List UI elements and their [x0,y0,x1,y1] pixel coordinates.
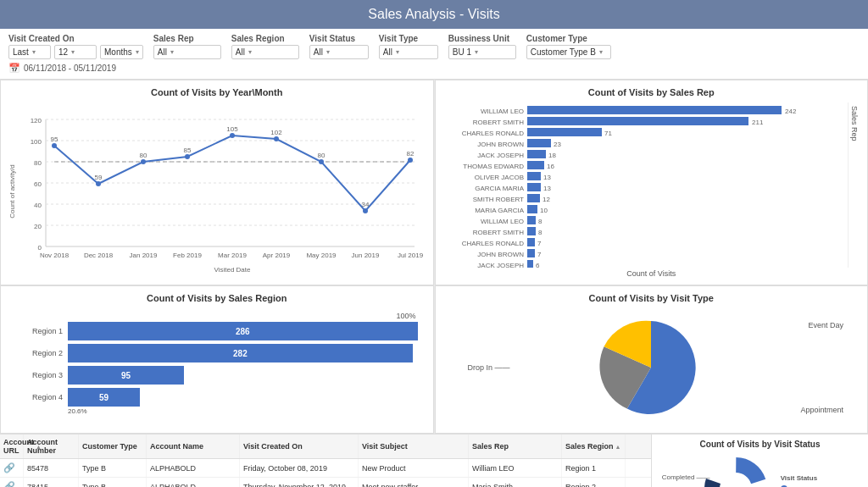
filter-visit-status-label: Visit Status [309,34,369,43]
svg-text:Visited Date: Visited Date [214,266,252,274]
chevron-down-icon: ▾ [32,48,36,56]
svg-text:Jun 2019: Jun 2019 [352,252,380,259]
td-customer-type-2: Type B [79,478,147,487]
svg-text:7: 7 [537,240,542,247]
filter-visit-status-select[interactable]: All ▾ [309,45,369,59]
region-row-4: Region 4 59 20.6% [16,388,418,407]
chevron-down-icon: ▾ [248,48,252,56]
td-url-1[interactable]: 🔗 [0,459,24,477]
svg-point-22 [319,159,324,164]
svg-rect-75 [527,216,536,224]
link-icon: 🔗 [3,481,15,487]
svg-text:Feb 2019: Feb 2019 [173,252,202,259]
sales-rep-y-label: Sales Rep [848,102,860,268]
filter-sales-rep-label: Sales Rep [153,34,221,43]
sales-rep-chart-svg: WILLIAM LEO 242 ROBERT SMITH 211 CHARLES… [442,102,807,268]
filter-visit-type-label: Visit Type [379,34,438,43]
svg-text:THOMAS EDWARD: THOMAS EDWARD [463,163,524,170]
svg-text:Count of activity/d: Count of activity/d [8,164,16,219]
svg-text:ROBERT SMITH: ROBERT SMITH [472,229,523,236]
line-chart-svg: Count of activity/d 0 20 40 60 80 100 12… [8,102,423,276]
svg-rect-54 [527,139,551,147]
td-account-number-1: 85478 [24,459,79,477]
filter-business-unit-label: Bussiness Unit [448,34,516,43]
svg-text:242: 242 [785,108,797,115]
svg-text:10: 10 [540,207,548,214]
svg-text:May 2019: May 2019 [306,252,337,259]
visit-type-chart-panel: Count of Visits by Visit Type Drop In ——… [435,285,869,434]
svg-point-24 [408,158,413,163]
td-account-name-2: ALPHABOLD [147,478,240,487]
filter-customer-type-select[interactable]: Customer Type B ▾ [526,45,611,59]
svg-text:80: 80 [318,152,326,159]
svg-text:16: 16 [547,163,554,170]
filter-sales-region-select[interactable]: All ▾ [231,45,299,59]
filter-visit-type: Visit Type All ▾ [379,34,438,59]
chevron-down-icon: ▾ [475,48,478,56]
chevron-down-icon: ▾ [326,48,330,56]
table-section: Account URL ▲ Account Number Customer Ty… [0,434,651,487]
sales-rep-x-label: Count of Visits [442,269,861,278]
svg-text:Jan 2019: Jan 2019 [130,252,158,259]
region-row-1: Region 1 286 [16,322,418,340]
td-url-2[interactable]: 🔗 [0,478,24,487]
filter-months-select[interactable]: Months ▾ [100,45,143,59]
chevron-down-icon: ▾ [71,48,75,56]
filter-12-select[interactable]: 12 ▾ [54,45,97,59]
svg-text:Jul 2019: Jul 2019 [398,252,423,259]
region-100-label: 100% [16,312,416,320]
chevron-down-icon: ▾ [170,48,174,56]
visit-status-chart-title: Count of Visits by Visit Status [700,440,821,449]
svg-point-20 [230,133,235,138]
svg-text:Apr 2019: Apr 2019 [263,252,291,259]
svg-text:GARCIA MARIA: GARCIA MARIA [475,185,524,192]
visit-type-pie-svg [596,313,706,423]
svg-text:13: 13 [543,174,551,181]
svg-text:82: 82 [407,150,415,158]
charts-row1: Count of Visits by Year\Month Count of a… [0,80,868,285]
filter-sales-rep-select[interactable]: All ▾ [153,45,221,59]
svg-rect-87 [527,260,533,268]
filter-visit-type-select[interactable]: All ▾ [379,45,438,59]
th-customer-type: Customer Type [79,434,147,458]
svg-rect-51 [527,128,602,136]
svg-point-16 [52,143,57,148]
visit-status-donut-svg [698,451,774,487]
td-sales-region-1: Region 1 [562,459,626,477]
appointment-label: Appointment [800,406,843,414]
svg-text:20: 20 [34,223,42,230]
svg-text:JOHN BROWN: JOHN BROWN [477,251,524,258]
filter-customer-type: Customer Type Customer Type B ▾ [526,34,611,59]
svg-text:CHARLES RONALD: CHARLES RONALD [461,240,524,247]
svg-text:WILLIAM LEO: WILLIAM LEO [480,218,523,225]
th-visit-subject: Visit Subject [359,434,469,458]
svg-text:WILLIAM LEO: WILLIAM LEO [480,108,523,115]
svg-text:SMITH ROBERT: SMITH ROBERT [472,196,523,203]
svg-text:34: 34 [362,201,370,208]
svg-text:JACK JOSEPH: JACK JOSEPH [477,262,524,268]
table-header: Account URL ▲ Account Number Customer Ty… [0,434,651,459]
filter-sales-region-label: Sales Region [231,34,299,43]
td-account-number-2: 78415 [24,478,79,487]
filter-visit-created-on: Visit Created On Last ▾ 12 ▾ Months ▾ 📅 … [8,34,143,74]
table-row: 🔗 85478 Type B ALPHABOLD Friday, October… [0,459,651,478]
td-sales-rep-1: William LEO [469,459,562,477]
filter-last-select[interactable]: Last ▾ [8,45,51,59]
th-sales-rep: Sales Rep [469,434,562,458]
donut-chart-area: Completed —— Open [698,451,774,487]
svg-rect-78 [527,227,536,235]
svg-text:0: 0 [38,244,42,252]
svg-rect-81 [527,238,535,246]
svg-text:102: 102 [270,129,282,136]
chevron-down-icon: ▾ [136,48,139,56]
filter-sales-region: Sales Region All ▾ [231,34,299,59]
filter-visit-created-on-label: Visit Created On [8,34,143,43]
th-visit-created-on: Visit Created On [240,434,359,458]
chevron-down-icon: ▾ [396,48,399,56]
svg-point-18 [141,159,146,164]
page-title: Sales Analysis - Visits [368,7,499,21]
event-day-label: Event Day [808,321,843,329]
filter-business-unit-select[interactable]: BU 1 ▾ [448,45,516,59]
line-chart-panel: Count of Visits by Year\Month Count of a… [0,80,434,285]
drop-in-label: Drop In —— [468,363,510,372]
